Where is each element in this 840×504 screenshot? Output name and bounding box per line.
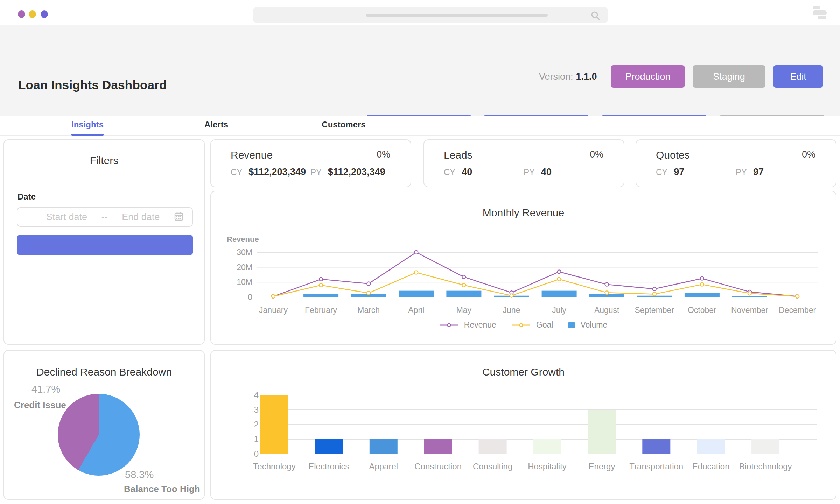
legend-square-marker — [568, 322, 575, 328]
x-tick-label: November — [731, 306, 768, 315]
kpi-card-revenue: Revenue 0% CY$112,203,349 PY$112,203,349 — [210, 139, 411, 187]
kpi-cy-label: CY — [444, 167, 455, 177]
pie-label-credit-issue-pct: 41.7% — [31, 384, 60, 395]
legend-item-goal[interactable]: Goal — [512, 320, 553, 330]
growth-bar-construction — [424, 439, 452, 454]
x-tick-label: Education — [692, 462, 730, 471]
staging-button[interactable]: Staging — [693, 65, 765, 88]
date-filter-label: Date — [18, 192, 36, 202]
legend-item-revenue[interactable]: Revenue — [440, 320, 496, 330]
kpi-title: Revenue — [231, 149, 273, 161]
kpi-cy-label: CY — [231, 167, 242, 177]
legend-line-marker — [440, 323, 458, 328]
data-point — [653, 287, 656, 291]
growth-bar-apparel — [370, 439, 398, 454]
start-date-placeholder: Start date — [46, 212, 87, 223]
window-control-dot-1[interactable] — [18, 10, 25, 18]
kpi-cy-value: $112,203,349 — [248, 167, 306, 177]
pie-label-balance-too-high: Balance Too High — [124, 484, 200, 495]
customer-growth-card: Customer Growth 01234TechnologyElectroni… — [210, 350, 836, 500]
filters-title: Filters — [4, 155, 204, 167]
declined-reason-title: Declined Reason Breakdown — [4, 366, 204, 378]
legend-label: Volume — [580, 320, 607, 330]
x-tick-label: October — [688, 306, 716, 315]
kpi-title: Quotes — [656, 149, 690, 161]
menu-icon[interactable] — [812, 6, 827, 20]
kpi-delta: 0% — [377, 149, 390, 160]
monthly-revenue-card: Monthly Revenue Revenue010M20M30MJanuary… — [210, 191, 836, 345]
data-point — [653, 292, 656, 296]
x-tick-label: June — [503, 306, 520, 315]
legend-item-volume[interactable]: Volume — [568, 320, 607, 330]
y-tick-label: 1 — [254, 434, 259, 444]
tab-customers[interactable]: Customers — [322, 120, 365, 130]
y-tick-label: 0 — [254, 449, 259, 458]
data-point — [796, 295, 799, 298]
window-control-dot-2[interactable] — [29, 10, 36, 18]
browser-topbar — [0, 0, 840, 25]
kpi-delta: 0% — [590, 149, 603, 160]
data-point — [272, 295, 275, 298]
x-tick-label: September — [635, 306, 674, 315]
search-placeholder-line — [366, 14, 548, 17]
data-point — [462, 275, 465, 279]
x-tick-label: July — [552, 306, 566, 315]
kpi-title: Leads — [444, 149, 472, 161]
app-window: Loan Insights Dashboard Version:1.1.0 Pr… — [0, 0, 840, 504]
x-tick-label: Construction — [414, 462, 462, 471]
data-point — [700, 283, 704, 286]
search-icon[interactable] — [590, 10, 600, 22]
legend-line-marker — [512, 323, 531, 328]
version-label: Version: — [539, 71, 573, 82]
y-tick-label: 2 — [254, 420, 259, 429]
declined-reason-card: Declined Reason Breakdown 41.7% Credit I… — [4, 350, 205, 500]
customer-growth-chart: 01234TechnologyElectronicsApparelConstru… — [211, 351, 836, 499]
x-tick-label: January — [259, 306, 288, 315]
growth-bar-technology — [260, 395, 288, 454]
data-point — [510, 294, 513, 298]
production-button[interactable]: Production — [611, 65, 685, 88]
kpi-py-label: PY — [736, 167, 747, 177]
kpi-py-label: PY — [310, 167, 322, 177]
kpi-cy-value: 40 — [462, 167, 472, 177]
app-header: Loan Insights Dashboard Version:1.1.0 Pr… — [0, 25, 840, 115]
x-tick-label: Electronics — [308, 462, 349, 471]
active-tab-underline — [71, 134, 104, 136]
edit-button[interactable]: Edit — [773, 65, 823, 88]
monthly-revenue-legend: RevenueGoalVolume — [211, 320, 836, 330]
data-point — [558, 278, 561, 281]
date-range-input[interactable]: Start date -- End date — [17, 207, 193, 227]
data-point — [367, 291, 370, 295]
apply-filters-button[interactable] — [17, 235, 193, 255]
tab-insights[interactable]: Insights — [71, 120, 104, 130]
y-tick-label: 3 — [254, 405, 259, 414]
y-tick-label: 30M — [237, 248, 252, 257]
tab-alerts[interactable]: Alerts — [204, 120, 228, 130]
window-control-dot-3[interactable] — [41, 10, 48, 18]
x-tick-label: Technology — [253, 462, 295, 471]
growth-bar-hospitality — [533, 439, 561, 454]
legend-label: Revenue — [464, 320, 496, 330]
pie-label-credit-issue: Credit Issue — [14, 400, 66, 411]
tab-bar: Insights Alerts Customers — [0, 115, 840, 136]
volume-bar — [446, 291, 481, 297]
x-tick-label: August — [594, 306, 620, 315]
volume-bar — [542, 291, 577, 297]
x-tick-label: Hospitality — [528, 462, 567, 471]
pie-label-balance-too-high-pct: 58.3% — [125, 469, 154, 481]
data-point — [462, 284, 465, 287]
calendar-icon[interactable] — [174, 211, 184, 223]
search-input[interactable] — [253, 7, 608, 23]
growth-bar-education — [697, 439, 725, 454]
y-tick-label: 10M — [237, 278, 252, 287]
x-tick-label: May — [456, 306, 472, 315]
x-tick-label: April — [408, 306, 424, 315]
data-point — [605, 283, 609, 286]
kpi-card-leads: Leads 0% CY40 PY40 — [424, 139, 624, 187]
y-tick-label: 0 — [248, 293, 252, 302]
data-point — [367, 282, 370, 286]
data-point — [605, 291, 609, 294]
growth-bar-biotechnology — [751, 439, 779, 454]
x-tick-label: February — [305, 306, 337, 315]
x-tick-label: December — [779, 306, 816, 315]
